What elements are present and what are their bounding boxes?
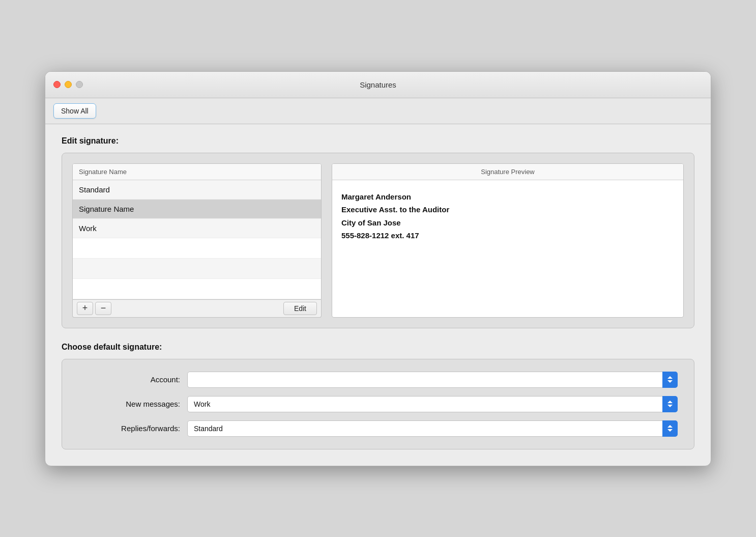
account-label: Account:	[78, 375, 180, 384]
account-select-wrapper: Personal Work	[187, 372, 678, 388]
list-item-empty	[73, 238, 321, 259]
signature-preview-container: Signature Preview Margaret Anderson Exec…	[332, 163, 684, 318]
replies-label: Replies/forwards:	[78, 424, 180, 433]
new-messages-label: New messages:	[78, 400, 180, 408]
remove-signature-button[interactable]: −	[95, 302, 111, 315]
replies-row: Replies/forwards: None Standard Work	[78, 420, 678, 437]
add-signature-button[interactable]: +	[77, 302, 93, 315]
account-select[interactable]: Personal Work	[187, 372, 678, 388]
edit-section-title: Edit signature:	[62, 136, 694, 146]
traffic-lights	[53, 81, 83, 88]
main-window: Signatures Show All Edit signature: Sign…	[45, 71, 711, 466]
preview-line-3: City of San Jose	[341, 216, 674, 230]
list-item[interactable]: Signature Name	[73, 200, 321, 219]
default-sig-panel: Account: Personal Work New messages:	[62, 359, 694, 449]
edit-signature-button[interactable]: Edit	[283, 302, 317, 315]
replies-select[interactable]: None Standard Work	[187, 420, 678, 437]
show-all-button[interactable]: Show All	[53, 103, 96, 119]
preview-line-2: Executive Asst. to the Auditor	[341, 203, 674, 216]
list-item-empty	[73, 259, 321, 279]
list-item[interactable]: Standard	[73, 180, 321, 200]
titlebar: Signatures	[45, 72, 711, 98]
account-row: Account: Personal Work	[78, 372, 678, 388]
preview-header: Signature Preview	[332, 164, 683, 180]
preview-line-1: Margaret Anderson	[341, 190, 674, 204]
edit-panel: Signature Name Standard Signature Name W…	[62, 153, 694, 328]
signature-preview: Signature Preview Margaret Anderson Exec…	[332, 163, 684, 318]
new-messages-row: New messages: None Standard Work	[78, 396, 678, 412]
list-item[interactable]: Work	[73, 219, 321, 238]
signature-list: Signature Name Standard Signature Name W…	[72, 163, 322, 300]
new-messages-select-wrapper: None Standard Work	[187, 396, 678, 412]
maximize-button[interactable]	[76, 81, 83, 88]
new-messages-select[interactable]: None Standard Work	[187, 396, 678, 412]
default-section-title: Choose default signature:	[62, 343, 694, 352]
preview-line-4: 555-828-1212 ext. 417	[341, 229, 674, 242]
replies-select-wrapper: None Standard Work	[187, 420, 678, 437]
sig-list-toolbar: + − Edit	[72, 300, 322, 318]
window-title: Signatures	[360, 80, 396, 89]
close-button[interactable]	[53, 81, 61, 88]
sig-list-header: Signature Name	[73, 164, 321, 180]
preview-content: Margaret Anderson Executive Asst. to the…	[332, 180, 683, 252]
main-content: Edit signature: Signature Name Standard …	[45, 124, 711, 466]
list-item-empty	[73, 279, 321, 299]
edit-panel-inner: Signature Name Standard Signature Name W…	[72, 163, 684, 318]
toolbar: Show All	[45, 98, 711, 124]
signature-list-container: Signature Name Standard Signature Name W…	[72, 163, 322, 318]
minimize-button[interactable]	[65, 81, 72, 88]
